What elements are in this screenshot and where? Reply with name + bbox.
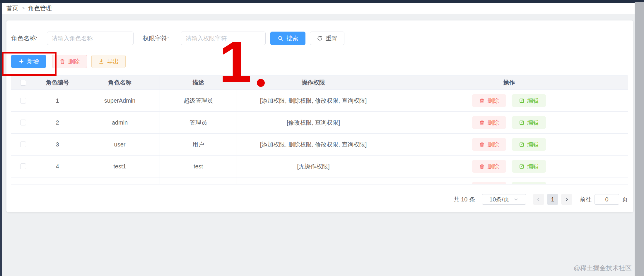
export-button[interactable]: 导出 bbox=[91, 55, 126, 68]
trash-icon bbox=[479, 98, 485, 104]
row-checkbox[interactable] bbox=[20, 120, 26, 125]
jump-to-label: 前往 bbox=[580, 196, 592, 203]
add-button[interactable]: 新增 bbox=[11, 55, 46, 68]
pagination: 共 10 条 10条/页 1 前往 bbox=[454, 194, 628, 205]
table-row: 2 admin 管理员 [修改权限, 查询权限] 删除 bbox=[11, 112, 628, 134]
cell-role-name: user bbox=[80, 134, 160, 156]
cell-permissions: [无操作权限] bbox=[237, 156, 390, 177]
trash-icon bbox=[479, 164, 485, 169]
header-description: 描述 bbox=[160, 76, 237, 90]
row-checkbox[interactable] bbox=[20, 98, 26, 104]
table-row-partial bbox=[11, 177, 628, 184]
plus-icon bbox=[18, 58, 24, 64]
cell-role-name: superAdmin bbox=[80, 90, 160, 112]
permission-char-input[interactable] bbox=[181, 32, 266, 45]
refresh-icon bbox=[317, 35, 323, 41]
role-name-label: 角色名称: bbox=[11, 32, 37, 45]
top-navy-bar bbox=[0, 0, 644, 3]
role-name-input[interactable] bbox=[47, 32, 134, 45]
cell-role-name: admin bbox=[80, 112, 160, 134]
edit-icon bbox=[519, 142, 525, 147]
row-edit-button[interactable]: 编辑 bbox=[512, 138, 546, 151]
table-row: 4 test1 test [无操作权限] 删除 bbox=[11, 156, 628, 177]
sidebar-collapsed-edge bbox=[0, 0, 2, 276]
cell-description: 管理员 bbox=[160, 112, 237, 134]
page-number-1[interactable]: 1 bbox=[547, 194, 558, 205]
row-edit-button[interactable]: 编辑 bbox=[512, 94, 546, 107]
header-select-all-cell bbox=[11, 76, 35, 90]
trash-icon bbox=[479, 142, 485, 147]
page-size-select[interactable]: 10条/页 bbox=[482, 194, 526, 205]
row-delete-button[interactable]: 删除 bbox=[472, 116, 506, 129]
cell-permissions: [修改权限, 查询权限] bbox=[237, 112, 390, 134]
chevron-left-icon bbox=[536, 197, 541, 202]
page-scrollbar[interactable] bbox=[635, 2, 644, 276]
header-operation-permissions: 操作权限 bbox=[237, 76, 390, 90]
row-checkbox[interactable] bbox=[20, 142, 26, 147]
breadcrumb-separator-icon: > bbox=[22, 5, 25, 11]
cell-description: 用户 bbox=[160, 134, 237, 156]
header-actions: 操作 bbox=[390, 76, 628, 90]
cell-role-name: test1 bbox=[80, 156, 160, 177]
jump-to-page-input[interactable] bbox=[595, 194, 619, 205]
search-icon bbox=[278, 35, 283, 41]
roles-table: 角色编号 角色名称 描述 操作权限 操作 1 superAdmin 超级管理员 … bbox=[11, 75, 628, 184]
row-delete-button[interactable]: 删除 bbox=[472, 160, 506, 173]
edit-icon bbox=[519, 98, 525, 104]
edit-icon bbox=[519, 120, 525, 125]
chevron-down-icon bbox=[513, 197, 519, 202]
table-row: 1 superAdmin 超级管理员 [添加权限, 删除权限, 修改权限, 查询… bbox=[11, 90, 628, 112]
prev-page-button[interactable] bbox=[533, 194, 544, 205]
cell-description: 超级管理员 bbox=[160, 90, 237, 112]
trash-icon bbox=[479, 120, 485, 125]
row-edit-button[interactable]: 编辑 bbox=[512, 116, 546, 129]
batch-delete-button[interactable]: 删除 bbox=[52, 55, 87, 68]
pagination-total: 共 10 条 bbox=[454, 196, 475, 203]
permission-char-label: 权限字符: bbox=[143, 32, 169, 45]
edit-icon bbox=[519, 164, 525, 169]
table-header-row: 角色编号 角色名称 描述 操作权限 操作 bbox=[11, 76, 628, 90]
row-delete-button[interactable]: 删除 bbox=[472, 94, 506, 107]
breadcrumb-current: 角色管理 bbox=[28, 4, 52, 12]
cell-role-id: 2 bbox=[35, 112, 80, 134]
row-delete-button[interactable] bbox=[472, 182, 506, 184]
cell-permissions: [添加权限, 删除权限, 修改权限, 查询权限] bbox=[237, 90, 390, 112]
row-edit-button[interactable] bbox=[512, 182, 546, 184]
watermark: @稀土掘金技术社区 bbox=[574, 264, 632, 272]
reset-button[interactable]: 重置 bbox=[310, 32, 344, 45]
header-role-id: 角色编号 bbox=[35, 76, 80, 90]
cell-role-id: 3 bbox=[35, 134, 80, 156]
role-management-panel: 角色名称: 权限字符: 搜索 重置 新增 bbox=[6, 20, 633, 212]
table-row: 3 user 用户 [添加权限, 删除权限, 修改权限, 查询权限] 删除 bbox=[11, 134, 628, 156]
row-delete-button[interactable]: 删除 bbox=[472, 138, 506, 151]
download-icon bbox=[98, 58, 104, 64]
next-page-button[interactable] bbox=[561, 194, 572, 205]
breadcrumb: 首页 > 角色管理 bbox=[2, 3, 635, 14]
search-button[interactable]: 搜索 bbox=[270, 32, 305, 45]
page-unit-label: 页 bbox=[622, 196, 628, 203]
header-role-name: 角色名称 bbox=[80, 76, 160, 90]
cell-role-id: 4 bbox=[35, 156, 80, 177]
row-edit-button[interactable]: 编辑 bbox=[512, 160, 546, 173]
breadcrumb-home-link[interactable]: 首页 bbox=[6, 4, 18, 12]
select-all-checkbox[interactable] bbox=[20, 80, 26, 86]
cell-role-id: 1 bbox=[35, 90, 80, 112]
row-checkbox[interactable] bbox=[20, 163, 26, 169]
cell-permissions: [添加权限, 删除权限, 修改权限, 查询权限] bbox=[237, 134, 390, 156]
trash-icon bbox=[59, 58, 65, 64]
chevron-right-icon bbox=[564, 197, 569, 202]
cell-description: test bbox=[160, 156, 237, 177]
